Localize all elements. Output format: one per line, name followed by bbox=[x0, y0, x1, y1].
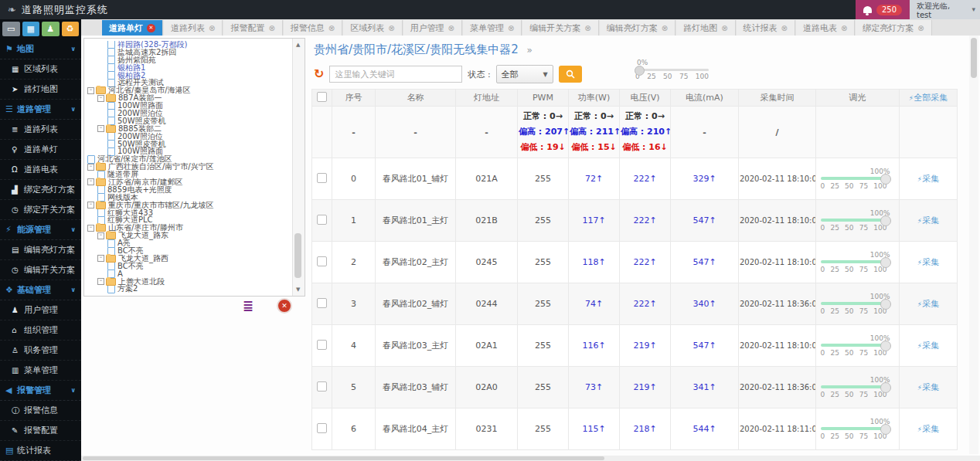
sidebar-item-统计报表[interactable]: ▤统计报表 bbox=[0, 441, 81, 461]
user-menu[interactable]: 欢迎光临, test ▾ bbox=[910, 0, 980, 19]
keyword-input[interactable] bbox=[329, 66, 462, 83]
dimming-slider[interactable]: 100%0255075100 bbox=[821, 376, 895, 398]
slider-handle[interactable] bbox=[880, 341, 891, 351]
row-checkbox[interactable] bbox=[317, 298, 327, 308]
dimming-slider[interactable]: 100%0255075100 bbox=[821, 418, 895, 440]
status-select[interactable]: 全部 ▼ bbox=[496, 65, 553, 83]
scroll-up-icon[interactable]: ▲ bbox=[296, 42, 300, 48]
tab-close-icon[interactable]: ⊗ bbox=[328, 24, 335, 32]
slider-handle[interactable] bbox=[880, 215, 891, 226]
quick-button-grid[interactable]: ▦ bbox=[22, 22, 40, 36]
tree-expander-icon[interactable]: – bbox=[97, 125, 104, 132]
tree-expander-icon[interactable]: – bbox=[87, 225, 94, 232]
slider-handle[interactable] bbox=[880, 299, 891, 310]
tab-close-icon[interactable]: ⊗ bbox=[584, 24, 590, 32]
tab-close-icon[interactable]: ⊗ bbox=[841, 24, 847, 32]
slider-handle[interactable] bbox=[880, 257, 891, 268]
row-checkbox[interactable] bbox=[317, 423, 327, 433]
collect-link[interactable]: ⚡采集 bbox=[917, 299, 939, 309]
tree-expander-icon[interactable]: – bbox=[97, 232, 104, 239]
quick-button-trash[interactable]: ♻ bbox=[62, 22, 80, 36]
dimming-slider[interactable]: 100%0255075100 bbox=[821, 251, 895, 273]
tab-close-icon[interactable]: ⊗ bbox=[781, 24, 788, 32]
tab-close-icon[interactable]: ⊗ bbox=[662, 24, 668, 32]
sidebar-item-用户管理[interactable]: ♟用户管理 bbox=[0, 300, 81, 320]
row-checkbox[interactable] bbox=[317, 215, 327, 225]
tree-expander-icon[interactable]: – bbox=[97, 95, 104, 102]
sidebar-section-道路管理[interactable]: ☰道路管理∨ bbox=[0, 100, 81, 120]
tree-scrollbar[interactable]: ▲ ▼ bbox=[292, 39, 305, 296]
slider-track[interactable] bbox=[821, 427, 887, 430]
sidebar-item-菜单管理[interactable]: ▥菜单管理 bbox=[0, 361, 81, 381]
scroll-down-icon[interactable]: ▼ bbox=[296, 286, 300, 293]
tab-绑定亮灯方案[interactable]: 绑定亮灯方案⊗ bbox=[856, 20, 931, 36]
quick-button-monitor[interactable]: ▭ bbox=[2, 22, 20, 36]
tab-编辑开关方案[interactable]: 编辑开关方案⊗ bbox=[522, 20, 598, 36]
collect-link[interactable]: ⚡采集 bbox=[917, 382, 939, 392]
list-view-icon[interactable]: ≣ bbox=[243, 300, 254, 313]
slider-handle[interactable] bbox=[880, 424, 891, 435]
slider-track[interactable] bbox=[821, 344, 887, 347]
tree-expander-icon[interactable]: – bbox=[87, 202, 94, 208]
close-tree-icon[interactable]: ✕ bbox=[277, 298, 292, 314]
tab-close-icon[interactable]: ✕ bbox=[147, 24, 155, 32]
tree-expander-icon[interactable]: – bbox=[87, 164, 94, 171]
notification-area[interactable]: 250 bbox=[856, 0, 910, 19]
tree-scrollbar-thumb[interactable] bbox=[294, 233, 301, 278]
collect-link[interactable]: ⚡采集 bbox=[917, 341, 939, 351]
slider-track[interactable] bbox=[635, 69, 709, 71]
sidebar-item-报警信息[interactable]: ⓘ报警信息 bbox=[0, 401, 81, 421]
slider-track[interactable] bbox=[821, 219, 887, 222]
slider-handle[interactable] bbox=[880, 382, 891, 393]
sidebar-item-绑定亮灯方案[interactable]: ▟绑定亮灯方案 bbox=[0, 180, 81, 200]
slider-track[interactable] bbox=[821, 385, 887, 388]
tab-用户管理[interactable]: 用户管理⊗ bbox=[403, 20, 462, 36]
sidebar-item-编辑开关方案[interactable]: ◷编辑开关方案 bbox=[0, 260, 81, 280]
vertical-scrollbar-thumb[interactable] bbox=[971, 38, 977, 78]
tab-报警信息[interactable]: 报警信息⊗ bbox=[284, 20, 342, 36]
sidebar-item-绑定开关方案[interactable]: ◷绑定开关方案 bbox=[0, 200, 81, 220]
tab-道路列表[interactable]: 道路列表⊗ bbox=[164, 20, 223, 36]
collect-link[interactable]: ⚡采集 bbox=[917, 424, 939, 434]
dimming-slider[interactable]: 100%0255075100 bbox=[821, 293, 895, 315]
sidebar-item-组织管理[interactable]: ⌂组织管理 bbox=[0, 320, 81, 341]
tab-区域列表[interactable]: 区域列表⊗ bbox=[343, 20, 402, 36]
sidebar-section-报警管理[interactable]: ◀报警管理∨ bbox=[0, 381, 81, 401]
tab-close-icon[interactable]: ⊗ bbox=[508, 24, 514, 32]
slider-track[interactable] bbox=[821, 260, 887, 263]
tab-close-icon[interactable]: ⊗ bbox=[268, 24, 274, 32]
vertical-scrollbar[interactable] bbox=[969, 36, 978, 454]
row-checkbox[interactable] bbox=[317, 256, 327, 266]
slider-handle[interactable] bbox=[635, 66, 645, 76]
tab-close-icon[interactable]: ⊗ bbox=[388, 24, 394, 32]
tab-close-icon[interactable]: ⊗ bbox=[209, 24, 215, 32]
tab-close-icon[interactable]: ⊗ bbox=[917, 24, 924, 32]
tab-close-icon[interactable]: ⊗ bbox=[721, 24, 727, 32]
slider-track[interactable] bbox=[821, 302, 887, 305]
sidebar-section-基础管理[interactable]: ❖基础管理∨ bbox=[0, 280, 81, 300]
tab-道路电表[interactable]: 道路电表⊗ bbox=[796, 20, 855, 36]
group-dimming-slider[interactable]: 0% 0255075100 bbox=[635, 59, 709, 80]
sidebar-item-道路列表[interactable]: ≣道路列表 bbox=[0, 120, 81, 140]
dimming-slider[interactable]: 100%0255075100 bbox=[821, 209, 895, 232]
tab-菜单管理[interactable]: 菜单管理⊗ bbox=[463, 20, 522, 36]
tab-报警配置[interactable]: 报警配置⊗ bbox=[223, 20, 282, 36]
quick-button-user[interactable]: ♟ bbox=[42, 22, 60, 36]
tree-expander-icon[interactable]: – bbox=[97, 278, 104, 285]
tab-close-icon[interactable]: ⊗ bbox=[448, 24, 454, 32]
sidebar-item-道路电表[interactable]: Ω道路电表 bbox=[0, 160, 81, 180]
row-checkbox[interactable] bbox=[317, 173, 327, 183]
slider-track[interactable] bbox=[821, 177, 887, 180]
row-checkbox[interactable] bbox=[317, 340, 327, 350]
tree-expander-icon[interactable]: – bbox=[87, 87, 94, 94]
collect-link[interactable]: ⚡采集 bbox=[917, 174, 939, 184]
tab-编辑亮灯方案[interactable]: 编辑亮灯方案⊗ bbox=[600, 20, 675, 36]
tab-路灯地图[interactable]: 路灯地图⊗ bbox=[676, 20, 735, 36]
row-checkbox[interactable] bbox=[317, 381, 327, 392]
tab-道路单灯[interactable]: 道路单灯✕ bbox=[102, 20, 163, 36]
sidebar-item-区域列表[interactable]: ▦区域列表 bbox=[0, 59, 81, 80]
sidebar-section-能源管理[interactable]: ⚡能源管理∨ bbox=[0, 220, 81, 240]
sidebar-section-地图[interactable]: ⚑地图∨ bbox=[0, 39, 81, 59]
dimming-slider[interactable]: 100%0255075100 bbox=[821, 334, 895, 357]
collect-link[interactable]: ⚡采集 bbox=[917, 257, 939, 267]
